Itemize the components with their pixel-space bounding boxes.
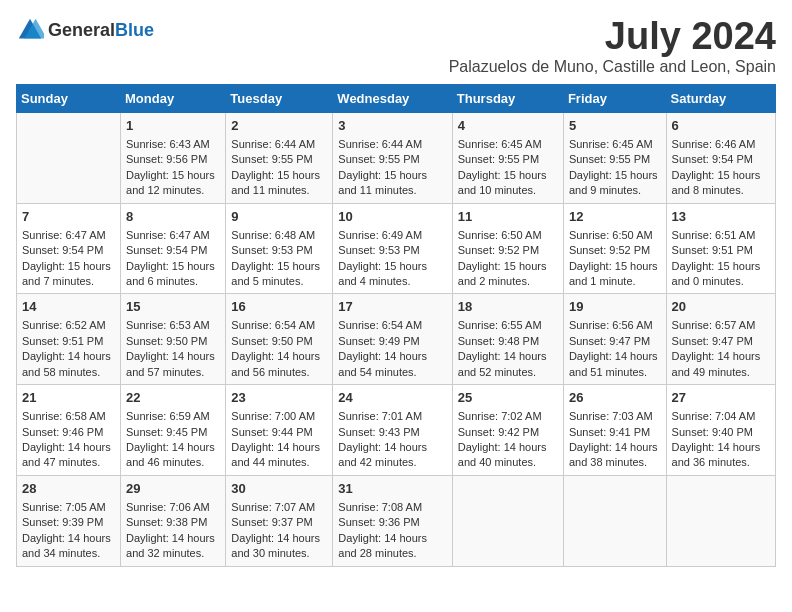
- day-header-wednesday: Wednesday: [333, 84, 452, 112]
- day-number: 5: [569, 117, 661, 135]
- cell-info: Sunrise: 7:08 AM: [338, 500, 446, 515]
- cell-info: Sunrise: 6:50 AM: [569, 228, 661, 243]
- day-number: 13: [672, 208, 770, 226]
- cell-info: Sunrise: 6:50 AM: [458, 228, 558, 243]
- cell-info: Daylight: 14 hours and 38 minutes.: [569, 440, 661, 471]
- cell-info: Sunrise: 6:45 AM: [569, 137, 661, 152]
- day-number: 21: [22, 389, 115, 407]
- day-number: 6: [672, 117, 770, 135]
- cell-info: Sunset: 9:48 PM: [458, 334, 558, 349]
- day-number: 16: [231, 298, 327, 316]
- logo: GeneralBlue: [16, 16, 154, 44]
- calendar-cell: 3Sunrise: 6:44 AMSunset: 9:55 PMDaylight…: [333, 112, 452, 203]
- cell-info: Sunset: 9:46 PM: [22, 425, 115, 440]
- calendar-cell: 26Sunrise: 7:03 AMSunset: 9:41 PMDayligh…: [563, 385, 666, 476]
- cell-info: Sunset: 9:37 PM: [231, 515, 327, 530]
- day-number: 14: [22, 298, 115, 316]
- cell-info: Daylight: 14 hours and 46 minutes.: [126, 440, 220, 471]
- cell-info: Sunset: 9:51 PM: [22, 334, 115, 349]
- cell-info: Sunset: 9:44 PM: [231, 425, 327, 440]
- day-number: 2: [231, 117, 327, 135]
- cell-info: Sunset: 9:50 PM: [231, 334, 327, 349]
- calendar-cell: 19Sunrise: 6:56 AMSunset: 9:47 PMDayligh…: [563, 294, 666, 385]
- cell-info: Daylight: 14 hours and 40 minutes.: [458, 440, 558, 471]
- cell-info: Sunrise: 7:04 AM: [672, 409, 770, 424]
- cell-info: Sunrise: 7:05 AM: [22, 500, 115, 515]
- day-number: 29: [126, 480, 220, 498]
- day-number: 18: [458, 298, 558, 316]
- calendar-cell: [17, 112, 121, 203]
- cell-info: Sunrise: 6:44 AM: [338, 137, 446, 152]
- day-number: 22: [126, 389, 220, 407]
- subtitle: Palazuelos de Muno, Castille and Leon, S…: [449, 58, 776, 76]
- calendar-cell: 6Sunrise: 6:46 AMSunset: 9:54 PMDaylight…: [666, 112, 775, 203]
- calendar-cell: 9Sunrise: 6:48 AMSunset: 9:53 PMDaylight…: [226, 203, 333, 294]
- cell-info: Sunrise: 6:51 AM: [672, 228, 770, 243]
- cell-info: Sunrise: 6:52 AM: [22, 318, 115, 333]
- cell-info: Sunset: 9:55 PM: [569, 152, 661, 167]
- calendar-cell: 10Sunrise: 6:49 AMSunset: 9:53 PMDayligh…: [333, 203, 452, 294]
- cell-info: Sunset: 9:53 PM: [338, 243, 446, 258]
- calendar-cell: 16Sunrise: 6:54 AMSunset: 9:50 PMDayligh…: [226, 294, 333, 385]
- calendar-cell: 5Sunrise: 6:45 AMSunset: 9:55 PMDaylight…: [563, 112, 666, 203]
- cell-info: Daylight: 15 hours and 9 minutes.: [569, 168, 661, 199]
- cell-info: Sunset: 9:56 PM: [126, 152, 220, 167]
- cell-info: Sunrise: 7:07 AM: [231, 500, 327, 515]
- cell-info: Daylight: 14 hours and 52 minutes.: [458, 349, 558, 380]
- main-title: July 2024: [449, 16, 776, 58]
- cell-info: Daylight: 14 hours and 51 minutes.: [569, 349, 661, 380]
- week-row-2: 7Sunrise: 6:47 AMSunset: 9:54 PMDaylight…: [17, 203, 776, 294]
- cell-info: Daylight: 15 hours and 2 minutes.: [458, 259, 558, 290]
- day-number: 3: [338, 117, 446, 135]
- day-header-thursday: Thursday: [452, 84, 563, 112]
- cell-info: Sunrise: 6:53 AM: [126, 318, 220, 333]
- calendar-cell: 17Sunrise: 6:54 AMSunset: 9:49 PMDayligh…: [333, 294, 452, 385]
- day-number: 24: [338, 389, 446, 407]
- calendar-cell: 7Sunrise: 6:47 AMSunset: 9:54 PMDaylight…: [17, 203, 121, 294]
- cell-info: Daylight: 15 hours and 10 minutes.: [458, 168, 558, 199]
- cell-info: Daylight: 14 hours and 28 minutes.: [338, 531, 446, 562]
- cell-info: Daylight: 14 hours and 58 minutes.: [22, 349, 115, 380]
- cell-info: Daylight: 15 hours and 11 minutes.: [338, 168, 446, 199]
- cell-info: Sunset: 9:39 PM: [22, 515, 115, 530]
- cell-info: Sunrise: 6:45 AM: [458, 137, 558, 152]
- calendar-cell: [666, 475, 775, 566]
- calendar-cell: 29Sunrise: 7:06 AMSunset: 9:38 PMDayligh…: [121, 475, 226, 566]
- day-number: 1: [126, 117, 220, 135]
- cell-info: Sunrise: 7:00 AM: [231, 409, 327, 424]
- cell-info: Sunset: 9:40 PM: [672, 425, 770, 440]
- calendar-cell: 14Sunrise: 6:52 AMSunset: 9:51 PMDayligh…: [17, 294, 121, 385]
- day-number: 31: [338, 480, 446, 498]
- cell-info: Sunrise: 6:47 AM: [22, 228, 115, 243]
- calendar-cell: 28Sunrise: 7:05 AMSunset: 9:39 PMDayligh…: [17, 475, 121, 566]
- calendar-cell: 22Sunrise: 6:59 AMSunset: 9:45 PMDayligh…: [121, 385, 226, 476]
- cell-info: Sunset: 9:47 PM: [569, 334, 661, 349]
- calendar-cell: 2Sunrise: 6:44 AMSunset: 9:55 PMDaylight…: [226, 112, 333, 203]
- day-number: 17: [338, 298, 446, 316]
- calendar-table: SundayMondayTuesdayWednesdayThursdayFrid…: [16, 84, 776, 567]
- day-number: 12: [569, 208, 661, 226]
- cell-info: Sunset: 9:45 PM: [126, 425, 220, 440]
- cell-info: Sunset: 9:52 PM: [569, 243, 661, 258]
- cell-info: Sunset: 9:55 PM: [231, 152, 327, 167]
- cell-info: Sunset: 9:41 PM: [569, 425, 661, 440]
- calendar-cell: 4Sunrise: 6:45 AMSunset: 9:55 PMDaylight…: [452, 112, 563, 203]
- day-number: 23: [231, 389, 327, 407]
- cell-info: Sunset: 9:53 PM: [231, 243, 327, 258]
- cell-info: Sunset: 9:36 PM: [338, 515, 446, 530]
- cell-info: Sunrise: 6:55 AM: [458, 318, 558, 333]
- cell-info: Sunrise: 7:03 AM: [569, 409, 661, 424]
- week-row-1: 1Sunrise: 6:43 AMSunset: 9:56 PMDaylight…: [17, 112, 776, 203]
- cell-info: Daylight: 14 hours and 44 minutes.: [231, 440, 327, 471]
- day-number: 4: [458, 117, 558, 135]
- day-number: 9: [231, 208, 327, 226]
- cell-info: Sunset: 9:50 PM: [126, 334, 220, 349]
- calendar-cell: 21Sunrise: 6:58 AMSunset: 9:46 PMDayligh…: [17, 385, 121, 476]
- cell-info: Daylight: 15 hours and 5 minutes.: [231, 259, 327, 290]
- calendar-cell: 20Sunrise: 6:57 AMSunset: 9:47 PMDayligh…: [666, 294, 775, 385]
- cell-info: Daylight: 14 hours and 36 minutes.: [672, 440, 770, 471]
- calendar-cell: 23Sunrise: 7:00 AMSunset: 9:44 PMDayligh…: [226, 385, 333, 476]
- day-number: 26: [569, 389, 661, 407]
- cell-info: Sunrise: 6:56 AM: [569, 318, 661, 333]
- cell-info: Sunset: 9:38 PM: [126, 515, 220, 530]
